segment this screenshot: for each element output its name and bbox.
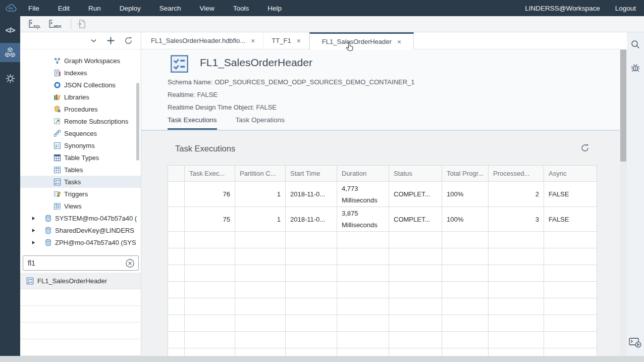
panel-refresh-icon[interactable] (580, 143, 589, 152)
table-cell[interactable]: FALSE (544, 207, 597, 232)
collapse-chevron-icon[interactable] (90, 37, 97, 44)
table-cell[interactable]: 3,875 Milliseconds (337, 207, 389, 232)
tree-item-tasks[interactable]: Tasks (20, 176, 141, 188)
close-tab-icon[interactable]: × (251, 37, 255, 45)
tree-item-triggers[interactable]: Triggers (20, 188, 141, 200)
main-scrollbar-track[interactable] (620, 49, 627, 356)
code-icon[interactable]: </> (0, 22, 20, 37)
expand-arrow-icon[interactable] (31, 228, 36, 233)
menu-help[interactable]: Help (261, 5, 288, 12)
menu-deploy[interactable]: Deploy (114, 5, 147, 12)
column-header[interactable]: Start Time (286, 166, 337, 182)
table-cell[interactable]: 100% (442, 207, 489, 232)
debug-bug-icon[interactable] (630, 62, 640, 72)
menu-view[interactable]: View (194, 5, 221, 12)
tree-item-label: Procedures (64, 106, 97, 113)
table-cell[interactable]: 1 (235, 207, 286, 232)
column-header[interactable]: Task Exec... (185, 166, 235, 182)
subtab-task-executions[interactable]: Task Executions (168, 116, 217, 130)
menu-file[interactable]: File (22, 5, 45, 12)
top-menu-bar: </> FileEditRunDeploySearchViewToolsHelp… (0, 0, 644, 16)
sql-console-icon[interactable]: SQL (28, 19, 41, 29)
column-header[interactable]: Processed... (488, 166, 544, 182)
empty-cell (286, 265, 337, 282)
expand-arrow-icon[interactable] (31, 240, 36, 245)
table-cell[interactable]: 2018-11-0... (286, 182, 337, 207)
column-header[interactable]: Partition C... (235, 166, 286, 182)
search-icon[interactable] (630, 39, 640, 49)
tree-item-label: Sequences (64, 130, 97, 137)
column-header[interactable]: Status (389, 166, 442, 182)
table-cell[interactable]: 3 (488, 207, 544, 232)
tree-item-views[interactable]: Views (20, 200, 141, 212)
database-icon (44, 239, 52, 246)
tree-item-database[interactable]: SharedDevKey@LINDERS (20, 224, 141, 236)
menu-search[interactable]: Search (153, 5, 187, 12)
refresh-icon[interactable] (124, 36, 133, 45)
table-cell[interactable]: 4,773 Milliseconds (337, 182, 389, 207)
tree-item-indexes[interactable]: Indexes (20, 67, 141, 79)
subtab-task-operations[interactable]: Task Operations (236, 116, 285, 130)
editor-tab-fl1-salesorderheader[interactable]: FL1_SalesOrderHeader× (309, 32, 414, 49)
tree-item-synonyms[interactable]: Synonyms (20, 139, 141, 151)
main-scrollbar-thumb[interactable] (620, 49, 626, 162)
editor-tab-tt-f1[interactable]: TT_F1× (263, 32, 309, 49)
settings-gear-icon[interactable] (0, 70, 20, 87)
table-cell[interactable]: 100% (442, 182, 489, 207)
table-cell[interactable]: COMPLET... (389, 207, 442, 232)
column-header[interactable]: Duration (337, 166, 389, 182)
workspace-user-menu[interactable]: LINDERSS@Workspace (525, 5, 600, 12)
table-cell[interactable] (168, 207, 185, 232)
tree-item-graph-workspaces[interactable]: Graph Workspaces (20, 55, 141, 67)
table-row[interactable]: 7512018-11-0...3,875 MillisecondsCOMPLET… (168, 207, 597, 232)
table-cell[interactable]: 75 (185, 207, 235, 232)
status-bar (0, 356, 644, 362)
close-tab-icon[interactable]: × (297, 37, 301, 45)
table-cell[interactable] (168, 182, 185, 207)
table-row[interactable]: 7612018-11-0...4,773 MillisecondsCOMPLET… (168, 182, 597, 207)
search-input[interactable] (23, 259, 125, 267)
table-cell[interactable]: 2018-11-0... (286, 207, 337, 232)
tree-scrollbar-thumb[interactable] (136, 83, 139, 161)
database-explorer-icon[interactable] (0, 43, 20, 62)
column-header[interactable]: Async (544, 166, 597, 182)
tree-item-libraries[interactable]: Libraries (20, 91, 141, 103)
console-run-icon[interactable] (629, 337, 642, 348)
clear-search-icon[interactable] (125, 258, 138, 268)
empty-cell (185, 248, 235, 265)
expand-arrow-icon[interactable] (31, 216, 36, 221)
column-header[interactable]: Total Progr... (442, 166, 489, 182)
table-cell[interactable]: 2 (488, 182, 544, 207)
empty-cell (286, 232, 337, 248)
table-cell[interactable]: COMPLET... (389, 182, 442, 207)
column-header[interactable] (168, 166, 185, 182)
search-result-item[interactable]: FL1_SalesOrderHeader (20, 273, 141, 289)
tree-item-tables[interactable]: Tables (20, 164, 141, 176)
tree-item-partial[interactable] (20, 49, 141, 55)
tree-item-table-types[interactable]: Table Types (20, 151, 141, 164)
tree-item-procedures[interactable]: Procedures (20, 103, 141, 115)
menu-tools[interactable]: Tools (227, 5, 255, 12)
tree-item-remote-subscriptions[interactable]: Remote Subscriptions (20, 115, 141, 127)
tree-item-database[interactable]: ZPH@mo-047b57a40 (SYS (20, 236, 141, 247)
empty-cell (544, 265, 597, 282)
table-cell[interactable]: 1 (235, 182, 286, 207)
menu-run[interactable]: Run (82, 5, 107, 12)
table-cell[interactable]: FALSE (544, 182, 597, 207)
empty-cell (235, 265, 286, 282)
tree-item-json-collections[interactable]: JSON Collections (20, 79, 141, 91)
mdx-console-icon[interactable]: MDX (48, 19, 63, 29)
graph-icon (53, 57, 61, 65)
add-plus-icon[interactable] (106, 36, 115, 45)
logout-button[interactable]: Logout (615, 5, 636, 12)
empty-cell (488, 265, 544, 282)
tree-item-sequences[interactable]: Sequences (20, 127, 141, 139)
open-file-icon[interactable] (76, 19, 86, 29)
close-tab-icon[interactable]: × (397, 38, 401, 46)
editor-tab-fl1-salesorderheader-hdbflo-[interactable]: FL1_SalesOrderHeader.hdbflo...× (143, 32, 263, 49)
menu-edit[interactable]: Edit (52, 5, 76, 12)
tree-item-database[interactable]: SYSTEM@mo-047b57a40 ( (20, 212, 141, 224)
table-cell[interactable]: 76 (185, 182, 235, 207)
empty-cell (168, 298, 185, 315)
empty-cell (488, 315, 544, 332)
